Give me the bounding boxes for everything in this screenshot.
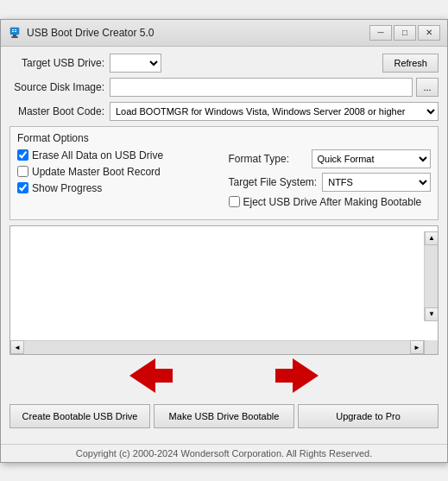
erase-label: Erase All Data on USB Drive (32, 149, 163, 161)
update-mbr-row: Update Master Boot Record (17, 166, 220, 178)
svg-rect-5 (12, 31, 14, 32)
target-usb-label: Target USB Drive: (9, 57, 104, 69)
copyright-text: Copyright (c) 2000-2024 Wondersoft Corpo… (76, 448, 372, 459)
format-options-body: Erase All Data on USB Drive Update Maste… (17, 149, 431, 212)
title-bar-left: USB Boot Drive Creator 5.0 (8, 26, 154, 40)
close-button[interactable]: ✕ (418, 25, 440, 41)
app-icon (8, 26, 22, 40)
erase-checkbox[interactable] (17, 149, 28, 161)
right-arrow-indicator (275, 358, 319, 396)
scroll-left-button[interactable]: ◄ (10, 340, 24, 354)
scrollbar-horizontal: ◄ ► (10, 340, 438, 354)
svg-marker-7 (129, 358, 173, 393)
eject-checkbox[interactable] (229, 196, 240, 207)
app-window: USB Boot Drive Creator 5.0 ─ □ ✕ Target … (0, 19, 448, 463)
refresh-button[interactable]: Refresh (382, 54, 439, 73)
source-disk-input[interactable] (110, 78, 413, 97)
show-progress-label: Show Progress (32, 182, 102, 194)
master-boot-row: Master Boot Code: Load BOOTMGR for Windo… (9, 102, 439, 121)
scroll-right-button[interactable]: ► (410, 340, 424, 354)
svg-rect-6 (15, 31, 16, 32)
format-type-label: Format Type: (229, 153, 306, 165)
erase-row: Erase All Data on USB Drive (17, 149, 220, 161)
scroll-up-button[interactable]: ▲ (425, 231, 438, 245)
bottom-buttons: Create Bootable USB Drive Make USB Drive… (9, 404, 439, 428)
upgrade-pro-button[interactable]: Upgrade to Pro (298, 404, 439, 428)
source-disk-row: Source Disk Image: ... (9, 78, 439, 97)
eject-row: Eject USB Drive After Making Bootable (229, 196, 432, 208)
window-title: USB Boot Drive Creator 5.0 (27, 27, 154, 39)
left-arrow-indicator (129, 358, 173, 396)
svg-rect-2 (11, 36, 18, 38)
svg-marker-8 (275, 358, 319, 393)
scroll-corner (424, 340, 438, 354)
scroll-track-v (425, 245, 438, 307)
source-disk-label: Source Disk Image: (9, 81, 104, 93)
target-usb-row: Target USB Drive: Refresh (9, 54, 439, 73)
show-progress-checkbox[interactable] (17, 182, 28, 193)
eject-label: Eject USB Drive After Making Bootable (243, 196, 422, 208)
log-area-container: ▲ ▼ ◄ ► (9, 225, 439, 355)
title-bar: USB Boot Drive Creator 5.0 ─ □ ✕ (1, 20, 447, 47)
arrow-container (9, 355, 439, 399)
browse-button[interactable]: ... (416, 78, 439, 97)
target-usb-select[interactable] (110, 54, 161, 73)
create-bootable-button[interactable]: Create Bootable USB Drive (9, 404, 150, 428)
svg-rect-4 (15, 29, 16, 30)
format-type-row: Format Type: Quick Format Full Format (229, 149, 432, 168)
svg-rect-3 (12, 29, 14, 30)
scroll-track-h (24, 341, 410, 354)
make-bootable-button[interactable]: Make USB Drive Bootable (154, 404, 294, 428)
update-mbr-label: Update Master Boot Record (32, 166, 161, 178)
format-options-group: Format Options Erase All Data on USB Dri… (9, 126, 439, 220)
spacer-div (9, 434, 439, 437)
maximize-button[interactable]: □ (394, 25, 416, 41)
format-left: Erase All Data on USB Drive Update Maste… (17, 149, 220, 212)
target-fs-select[interactable]: NTFS FAT32 FAT exFAT (322, 173, 431, 192)
master-boot-control: Load BOOTMGR for Windows Vista, Windows … (110, 102, 439, 121)
target-fs-row: Target File System: NTFS FAT32 FAT exFAT (229, 173, 432, 192)
footer: Copyright (c) 2000-2024 Wondersoft Corpo… (1, 444, 447, 462)
scroll-down-button[interactable]: ▼ (425, 307, 438, 321)
minimize-button[interactable]: ─ (369, 25, 392, 41)
format-options-title: Format Options (17, 132, 431, 144)
format-type-select[interactable]: Quick Format Full Format (312, 149, 432, 168)
master-boot-label: Master Boot Code: (9, 105, 104, 117)
show-progress-row: Show Progress (17, 182, 220, 194)
scrollbar-vertical: ▲ ▼ (424, 231, 438, 321)
title-bar-controls: ─ □ ✕ (369, 25, 440, 41)
target-fs-label: Target File System: (229, 176, 318, 188)
source-input-wrap: ... (110, 78, 439, 97)
master-boot-select[interactable]: Load BOOTMGR for Windows Vista, Windows … (110, 102, 439, 121)
format-right: Format Type: Quick Format Full Format Ta… (229, 149, 432, 212)
main-content: Target USB Drive: Refresh Source Disk Im… (1, 47, 447, 444)
update-mbr-checkbox[interactable] (17, 166, 28, 177)
log-area[interactable]: ▲ ▼ (10, 231, 438, 335)
